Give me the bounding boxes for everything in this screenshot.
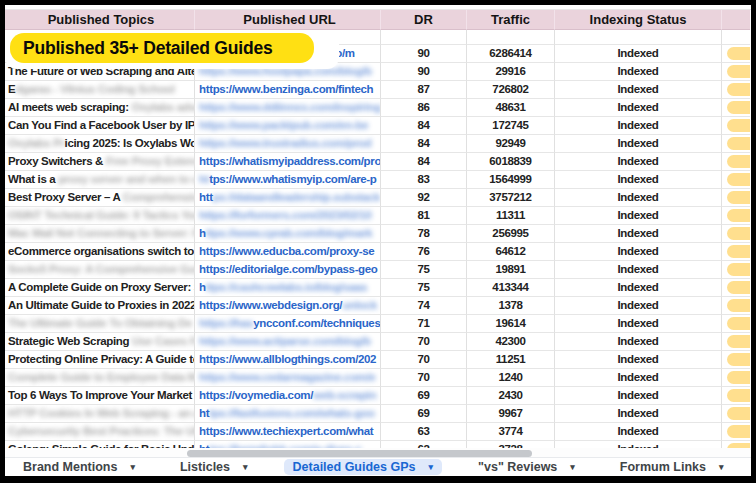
extra-cell[interactable]: [722, 45, 750, 63]
tab-formum-links[interactable]: Formum Links▾: [611, 459, 733, 475]
topic-cell[interactable]: HTTP Cookies In Web Scraping - an a: [5, 405, 195, 423]
traffic-cell[interactable]: 9967: [467, 405, 555, 423]
chevron-down-icon[interactable]: ▾: [130, 463, 135, 472]
extra-cell[interactable]: [722, 135, 750, 153]
tab-detailed-guides-gps[interactable]: Detailed Guides GPs▾: [284, 459, 443, 475]
status-cell[interactable]: Indexed: [555, 261, 722, 279]
published-url-link[interactable]: https://whatismyipaddress.com/pro: [195, 153, 381, 171]
published-url-link[interactable]: https://dataandleadership.substack: [195, 189, 381, 207]
extra-cell[interactable]: [722, 30, 750, 45]
row-pill[interactable]: [727, 371, 750, 384]
traffic-cell[interactable]: 48631: [467, 99, 555, 117]
dr-cell[interactable]: 70: [381, 333, 467, 351]
status-cell[interactable]: Indexed: [555, 45, 722, 63]
extra-cell[interactable]: [722, 297, 750, 315]
horizontal-scrollbar[interactable]: [187, 450, 532, 457]
published-url-link[interactable]: https://editorialge.com/bypass-geo: [195, 261, 381, 279]
extra-cell[interactable]: [722, 225, 750, 243]
published-url-link[interactable]: https://www.cedarmagazine.com/e: [195, 369, 381, 387]
topic-cell[interactable]: Proxy Switchers & Free Proxy Extens: [5, 153, 195, 171]
published-url-link[interactable]: https://www.educba.com/proxy-se: [195, 243, 381, 261]
column-header-traffic[interactable]: Traffic: [467, 10, 555, 30]
topic-cell[interactable]: A Complete Guide on Proxy Server: S: [5, 279, 195, 297]
dr-cell[interactable]: 69: [381, 405, 467, 423]
status-cell[interactable]: Indexed: [555, 189, 722, 207]
topic-cell[interactable]: Oxylabs Pricing 2025: Is Oxylabs Wor: [5, 135, 195, 153]
row-pill[interactable]: [727, 173, 750, 186]
status-cell[interactable]: Indexed: [555, 423, 722, 441]
topic-cell[interactable]: eCommerce organisations switch to: [5, 243, 195, 261]
topic-cell[interactable]: Top 6 Ways To Improve Your Market: [5, 387, 195, 405]
dr-cell[interactable]: 87: [381, 81, 467, 99]
dr-cell[interactable]: 70: [381, 351, 467, 369]
status-cell[interactable]: Indexed: [555, 117, 722, 135]
traffic-cell[interactable]: 6286414: [467, 45, 555, 63]
topic-cell[interactable]: Mac Mail Not Connecting to Server: F: [5, 225, 195, 243]
status-cell[interactable]: Indexed: [555, 315, 722, 333]
row-pill[interactable]: [727, 119, 750, 132]
topic-cell[interactable]: What is a proxy server and when to u: [5, 171, 195, 189]
status-cell[interactable]: Indexed: [555, 351, 722, 369]
row-pill[interactable]: [727, 263, 750, 276]
row-pill[interactable]: [727, 65, 750, 78]
dr-cell[interactable]: 74: [381, 297, 467, 315]
traffic-cell[interactable]: 19614: [467, 315, 555, 333]
traffic-cell[interactable]: 256995: [467, 225, 555, 243]
published-url-link[interactable]: https://www.allblogthings.com/202: [195, 351, 381, 369]
traffic-cell[interactable]: 413344: [467, 279, 555, 297]
row-pill[interactable]: [727, 137, 750, 150]
published-url-link[interactable]: https://hasyncconf.com/techniques-fo: [195, 315, 381, 333]
status-cell[interactable]: Indexed: [555, 81, 722, 99]
column-header-published-url[interactable]: Published URL: [195, 10, 381, 30]
chevron-down-icon[interactable]: ▾: [719, 463, 724, 472]
chevron-down-icon[interactable]: ▾: [429, 463, 434, 472]
dr-cell[interactable]: 90: [381, 45, 467, 63]
status-cell[interactable]: Indexed: [555, 153, 722, 171]
status-cell[interactable]: [555, 30, 722, 45]
dr-cell[interactable]: 92: [381, 189, 467, 207]
dr-cell[interactable]: 63: [381, 423, 467, 441]
row-pill[interactable]: [727, 83, 750, 96]
traffic-cell[interactable]: [467, 30, 555, 45]
row-pill[interactable]: [727, 335, 750, 348]
column-header-dr[interactable]: DR: [381, 10, 467, 30]
dr-cell[interactable]: 90: [381, 63, 467, 81]
topic-cell[interactable]: Edgaras - Vilnius Coding School: [5, 81, 195, 99]
row-pill[interactable]: [727, 425, 750, 438]
row-pill[interactable]: [727, 47, 750, 60]
dr-cell[interactable]: [381, 30, 467, 45]
extra-cell[interactable]: [722, 189, 750, 207]
extra-cell[interactable]: [722, 153, 750, 171]
tab-vs-reviews[interactable]: "vs" Reviews▾: [469, 459, 584, 475]
dr-cell[interactable]: 70: [381, 369, 467, 387]
column-header-extra[interactable]: [722, 10, 750, 30]
status-cell[interactable]: Indexed: [555, 225, 722, 243]
topic-cell[interactable]: Cybersecurity Best Practices: The Ult: [5, 423, 195, 441]
topic-cell[interactable]: Strategic Web Scraping Use Cases Fo: [5, 333, 195, 351]
extra-cell[interactable]: [722, 351, 750, 369]
row-pill[interactable]: [727, 299, 750, 312]
traffic-cell[interactable]: 3774: [467, 423, 555, 441]
extra-cell[interactable]: [722, 261, 750, 279]
status-cell[interactable]: Indexed: [555, 63, 722, 81]
status-cell[interactable]: Indexed: [555, 99, 722, 117]
published-url-link[interactable]: https://www.packtpub.com/en-be: [195, 117, 381, 135]
extra-cell[interactable]: [722, 315, 750, 333]
dr-cell[interactable]: 83: [381, 171, 467, 189]
extra-cell[interactable]: [722, 81, 750, 99]
dr-cell[interactable]: 69: [381, 387, 467, 405]
row-pill[interactable]: [727, 227, 750, 240]
row-pill[interactable]: [727, 389, 750, 402]
extra-cell[interactable]: [722, 387, 750, 405]
published-url-link[interactable]: https://fastfusions.com/whats-goo: [195, 405, 381, 423]
topic-cell[interactable]: The Ultimate Guide To Obtaining De: [5, 315, 195, 333]
extra-cell[interactable]: [722, 423, 750, 441]
published-url-link[interactable]: https://www.techiexpert.com/what: [195, 423, 381, 441]
extra-cell[interactable]: [722, 63, 750, 81]
topic-cell[interactable]: AI meets web scraping: Oxylabs adva: [5, 99, 195, 117]
dr-cell[interactable]: 75: [381, 279, 467, 297]
dr-cell[interactable]: 84: [381, 153, 467, 171]
row-pill[interactable]: [727, 245, 750, 258]
extra-cell[interactable]: [722, 279, 750, 297]
dr-cell[interactable]: 84: [381, 117, 467, 135]
